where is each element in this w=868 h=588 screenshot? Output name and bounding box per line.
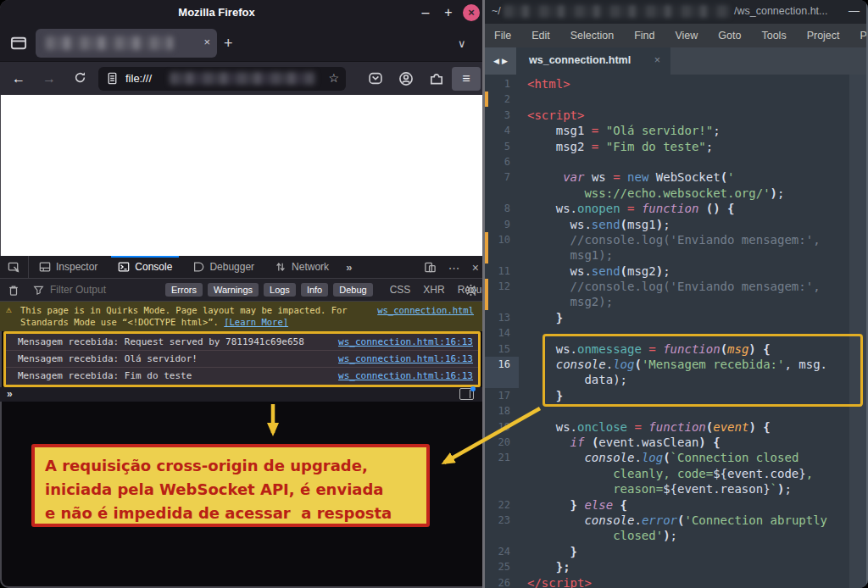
hamburger-menu-button[interactable]: ≡ (452, 67, 481, 91)
line-number[interactable]: 10 (485, 232, 519, 247)
line-number[interactable]: 17 (485, 388, 519, 403)
code-text: </script> (519, 575, 592, 588)
line-number[interactable]: 7 (485, 169, 519, 185)
more-tabs-chevrons[interactable]: » (339, 261, 359, 274)
console-source-link[interactable]: ws_connection.html:16:13 (338, 336, 473, 347)
filter-button-info[interactable]: Info (301, 283, 328, 297)
menu-tools[interactable]: Tools (761, 30, 786, 42)
tab-console[interactable]: Console (108, 256, 182, 279)
line-number[interactable]: 22 (485, 497, 519, 513)
learn-more-link[interactable]: [Learn More] (224, 317, 288, 327)
console-source-link[interactable]: ws_connection.html:16:13 (338, 370, 473, 381)
line-number[interactable]: 24 (485, 544, 519, 559)
tab-inspector[interactable]: Inspector (29, 256, 108, 279)
type-filter-xhr[interactable]: XHR (423, 284, 444, 296)
line-number[interactable]: 21 (485, 450, 519, 465)
filter-button-debug[interactable]: Debug (333, 283, 372, 297)
line-number[interactable] (485, 247, 519, 263)
line-number[interactable]: 4 (485, 123, 519, 138)
menu-file[interactable]: File (494, 30, 511, 42)
console-input-row[interactable]: » (0, 387, 484, 402)
line-number[interactable]: 8 (485, 201, 519, 216)
line-number[interactable] (485, 528, 519, 543)
close-button[interactable]: × (463, 4, 480, 21)
line-number[interactable]: 26 (485, 575, 519, 588)
forward-button[interactable]: → (42, 71, 56, 86)
maximize-button[interactable]: + (440, 4, 457, 21)
back-button[interactable]: ← (12, 71, 25, 86)
tab-nav-arrows[interactable]: ◀ ▶ (485, 47, 516, 75)
menu-find[interactable]: Find (634, 30, 654, 42)
menu-goto[interactable]: Goto (718, 30, 741, 42)
code-token: else (584, 498, 613, 512)
line-number[interactable]: 12 (485, 279, 519, 294)
line-number[interactable]: 5 (485, 139, 519, 154)
list-tabs-chevron-icon[interactable]: ∨ (458, 37, 466, 50)
code-text: msg1); (519, 247, 613, 263)
split-console-icon[interactable] (459, 388, 474, 400)
pocket-icon[interactable] (368, 71, 383, 86)
new-tab-button[interactable]: + (224, 36, 233, 51)
tab-debugger[interactable]: Debugger (182, 256, 264, 279)
line-number[interactable]: 2 (485, 92, 519, 107)
line-number[interactable] (485, 481, 519, 496)
menu-view[interactable]: View (675, 30, 698, 42)
line-number[interactable]: 6 (485, 154, 519, 169)
editor-minimize-button[interactable]: — (849, 4, 860, 17)
line-number[interactable]: 15 (485, 341, 519, 357)
line-number[interactable]: 18 (485, 403, 519, 419)
line-number[interactable]: 9 (485, 217, 519, 232)
tab-network[interactable]: Network (264, 256, 339, 279)
reload-button[interactable] (73, 70, 87, 85)
line-number[interactable] (485, 466, 519, 481)
account-icon[interactable] (398, 71, 414, 86)
warning-source-link[interactable]: ws_connection.html (377, 305, 474, 315)
menu-project[interactable]: Project (807, 30, 840, 42)
tab-forward-arrow-icon[interactable]: ▶ (502, 57, 508, 65)
extensions-puzzle-icon[interactable] (429, 71, 444, 86)
code-token: event.wasClean (598, 435, 698, 449)
filter-button-logs[interactable]: Logs (264, 283, 296, 297)
clear-console-trash-icon[interactable] (8, 284, 19, 297)
minimize-button[interactable]: – (417, 4, 434, 21)
editor-scrollbar-track[interactable] (849, 75, 866, 588)
line-number[interactable]: 11 (485, 263, 519, 279)
line-number[interactable]: 19 (485, 419, 519, 435)
devtools-settings-gear-icon[interactable] (465, 284, 477, 297)
menu-selection[interactable]: Selection (570, 30, 614, 42)
tab-close-icon[interactable]: × (203, 36, 210, 48)
type-filter-css[interactable]: CSS (390, 284, 411, 296)
code-token: 'Connection abruptly (684, 513, 827, 527)
code-line: 2 (485, 92, 868, 107)
editor-file-tab[interactable]: ws_connection.html × (516, 47, 670, 75)
responsive-mode-icon[interactable] (424, 261, 437, 274)
line-number[interactable]: 14 (485, 325, 519, 341)
line-number[interactable]: 23 (485, 513, 519, 528)
line-number[interactable]: 25 (485, 559, 519, 574)
devtools-close-icon[interactable]: × (472, 261, 479, 275)
editor-tab-close-icon[interactable]: × (654, 54, 660, 66)
line-number[interactable]: 20 (485, 435, 519, 450)
filter-output-input[interactable] (48, 283, 125, 297)
line-number[interactable]: 16 (485, 357, 519, 372)
pick-element-button[interactable] (0, 256, 29, 279)
firefox-view-icon[interactable] (10, 35, 27, 52)
line-number[interactable]: 3 (485, 108, 519, 123)
console-source-link[interactable]: ws_connection.html:16:13 (338, 353, 473, 364)
line-number[interactable]: 1 (485, 76, 519, 92)
bookmark-star-icon[interactable]: ☆ (328, 71, 339, 85)
line-number[interactable] (485, 186, 519, 201)
debugger-icon (192, 261, 204, 273)
browser-tab[interactable]: × (36, 29, 217, 58)
code-area[interactable]: 1<html>23<script>4 msg1 = "Olá servidor!… (485, 75, 868, 588)
line-number[interactable] (485, 294, 519, 309)
line-number[interactable] (485, 372, 519, 387)
line-number[interactable]: 13 (485, 310, 519, 325)
devtools-meatball-menu[interactable]: ⋯ (448, 261, 460, 275)
filter-button-errors[interactable]: Errors (165, 283, 203, 297)
filter-button-warnings[interactable]: Warnings (208, 283, 259, 297)
tab-back-arrow-icon[interactable]: ◀ (493, 57, 499, 65)
menu-edit[interactable]: Edit (531, 30, 550, 42)
url-bar[interactable]: file:/// ☆ (98, 67, 346, 91)
code-token: ${event.code} (713, 467, 806, 480)
